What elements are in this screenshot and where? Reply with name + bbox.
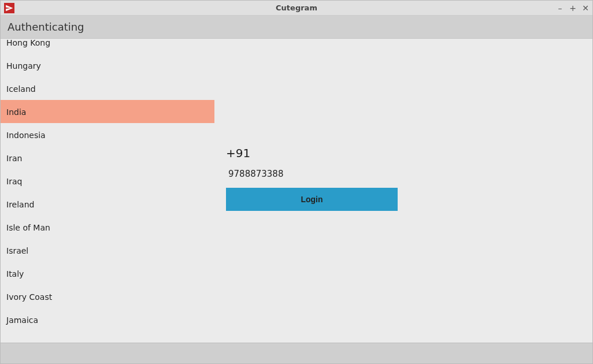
login-button[interactable]: Login [226,188,398,211]
country-item-label: India [6,107,26,117]
country-item-label: Indonesia [6,131,46,140]
country-code-label: +91 [226,146,250,160]
country-item-label: Ivory Coast [6,292,52,302]
country-item-label: Isle of Man [6,223,50,232]
window-title: Cutegram [1,3,592,12]
content-area: Hong KongHungaryIcelandIndiaIndonesiaIra… [1,39,592,343]
country-item-label: Italy [6,269,24,278]
country-item[interactable]: India [1,100,214,123]
paper-plane-icon [4,3,14,13]
country-item[interactable]: Hungary [1,54,214,77]
country-item[interactable]: Ireland [1,192,214,216]
close-icon[interactable]: ✕ [582,4,589,12]
login-form: +91 Login [214,39,592,343]
country-item-label: Iran [6,154,22,163]
country-item-label: Jamaica [6,315,38,325]
country-item[interactable]: Ivory Coast [1,285,214,308]
phone-input[interactable] [226,166,394,182]
header-bar: Authenticating [1,16,592,39]
app-window: Cutegram – + ✕ Authenticating Hong KongH… [0,0,593,364]
country-item[interactable]: Iraq [1,169,214,192]
country-item-label: Ireland [6,200,34,209]
country-item[interactable]: Jamaica [1,308,214,331]
login-button-label: Login [301,195,323,204]
country-item[interactable]: Iran [1,146,214,169]
country-item[interactable]: Israel [1,239,214,262]
country-item-label: Hong Kong [6,39,50,47]
country-item-label: Iceland [6,84,36,94]
country-item-label: Hungary [6,61,41,70]
country-item[interactable]: Isle of Man [1,216,214,239]
country-list[interactable]: Hong KongHungaryIcelandIndiaIndonesiaIra… [1,39,214,335]
minimize-icon[interactable]: – [557,4,564,12]
country-item[interactable]: Iceland [1,77,214,100]
country-item[interactable]: Italy [1,262,214,285]
titlebar: Cutegram – + ✕ [1,1,592,16]
country-item-label: Israel [6,246,28,255]
footer-bar [1,343,592,363]
country-item[interactable]: Hong Kong [1,39,214,54]
page-title: Authenticating [8,21,84,33]
window-controls: – + ✕ [557,4,589,12]
country-item[interactable]: Indonesia [1,123,214,146]
country-item-label: Iraq [6,177,22,186]
maximize-icon[interactable]: + [569,4,576,12]
